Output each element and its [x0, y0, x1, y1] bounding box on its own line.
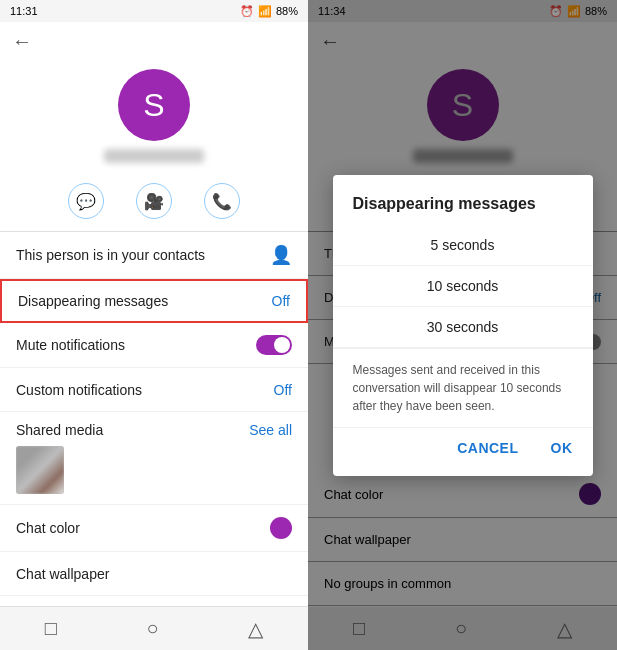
- time-left: 11:31: [10, 5, 38, 17]
- custom-label: Custom notifications: [16, 382, 142, 398]
- chat-wallpaper-row[interactable]: Chat wallpaper: [0, 552, 308, 596]
- option-5sec[interactable]: 5 seconds: [333, 225, 593, 266]
- option-30sec[interactable]: 30 seconds: [333, 307, 593, 348]
- profile-section: S: [0, 61, 308, 175]
- custom-notifications-row[interactable]: Custom notifications Off: [0, 368, 308, 412]
- chat-icon: 💬: [68, 183, 104, 219]
- custom-value: Off: [274, 382, 292, 398]
- mute-toggle[interactable]: [256, 335, 292, 355]
- dialog-message: Messages sent and received in this conve…: [333, 348, 593, 428]
- nav-square-left[interactable]: □: [45, 617, 57, 640]
- disappearing-messages-row[interactable]: Disappearing messages Off: [0, 279, 308, 323]
- media-thumbnail[interactable]: [16, 446, 64, 494]
- mute-label: Mute notifications: [16, 337, 125, 353]
- see-all-link[interactable]: See all: [249, 422, 292, 438]
- ok-button[interactable]: OK: [543, 436, 581, 460]
- nav-bar-left: □ ○ △: [0, 606, 308, 650]
- avatar: S: [118, 69, 190, 141]
- call-icon: 📞: [204, 183, 240, 219]
- chat-color-dot: [270, 517, 292, 539]
- battery-icon: 88%: [276, 5, 298, 17]
- status-icons-left: ⏰ 📶 88%: [240, 5, 298, 18]
- option-10sec[interactable]: 10 seconds: [333, 266, 593, 307]
- chat-action[interactable]: 💬: [68, 183, 104, 219]
- settings-list: This person is in your contacts 👤 Disapp…: [0, 232, 308, 606]
- disappearing-dialog: Disappearing messages 5 seconds 10 secon…: [333, 175, 593, 476]
- chat-wallpaper-label: Chat wallpaper: [16, 566, 109, 582]
- status-bar-left: 11:31 ⏰ 📶 88%: [0, 0, 308, 22]
- nav-back-left[interactable]: △: [248, 617, 263, 641]
- no-groups-row: No groups in common: [0, 596, 308, 606]
- wifi-icon: 📶: [258, 5, 272, 18]
- cancel-button[interactable]: CANCEL: [449, 436, 526, 460]
- left-panel: 11:31 ⏰ 📶 88% ← S 💬 🎥 📞 This person is i…: [0, 0, 308, 650]
- chat-color-row[interactable]: Chat color: [0, 505, 308, 552]
- video-icon: 🎥: [136, 183, 172, 219]
- contacts-icon: 👤: [270, 244, 292, 266]
- call-action[interactable]: 📞: [204, 183, 240, 219]
- thumb-image: [16, 446, 64, 494]
- disappearing-value: Off: [272, 293, 290, 309]
- right-panel: 11:34 ⏰ 📶 88% ← S 💬 🎥 📞 Th... D... Off: [308, 0, 617, 650]
- alarm-icon: ⏰: [240, 5, 254, 18]
- dialog-title: Disappearing messages: [333, 195, 593, 225]
- back-button[interactable]: ←: [0, 22, 308, 61]
- disappearing-label: Disappearing messages: [18, 293, 168, 309]
- shared-media-label: Shared media: [16, 422, 103, 438]
- contacts-label: This person is in your contacts: [16, 247, 205, 263]
- action-icons-row: 💬 🎥 📞: [0, 175, 308, 232]
- video-action[interactable]: 🎥: [136, 183, 172, 219]
- shared-media-header: Shared media See all: [16, 422, 292, 438]
- profile-name: [104, 149, 204, 163]
- shared-media-section: Shared media See all: [0, 412, 308, 505]
- contacts-row[interactable]: This person is in your contacts 👤: [0, 232, 308, 279]
- chat-color-label: Chat color: [16, 520, 80, 536]
- mute-row[interactable]: Mute notifications: [0, 323, 308, 368]
- nav-circle-left[interactable]: ○: [146, 617, 158, 640]
- dialog-overlay: Disappearing messages 5 seconds 10 secon…: [308, 0, 617, 650]
- dialog-actions: CANCEL OK: [333, 428, 593, 468]
